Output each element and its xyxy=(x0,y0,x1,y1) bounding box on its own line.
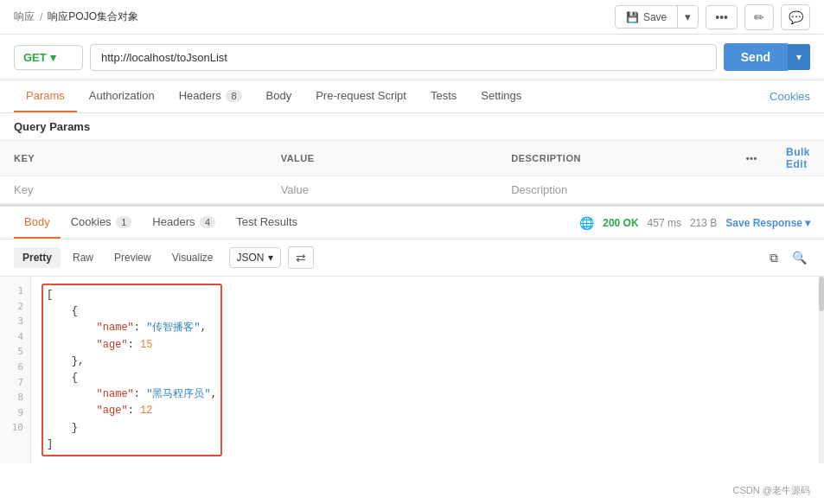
response-body-icons: ⧉ 🔍 xyxy=(766,247,810,269)
bulk-cell xyxy=(772,176,824,204)
col-more-header: ••• xyxy=(731,141,772,176)
desc-cell[interactable]: Description xyxy=(497,176,731,204)
breadcrumb-separator: / xyxy=(40,11,42,23)
json-viewer: 1 2 3 4 5 6 7 8 9 10 [ { "name": "传智播客",… xyxy=(0,277,824,463)
json-highlighted-block: [ { "name": "传智播客", "age": 15 }, { "name… xyxy=(42,284,222,456)
line-num-1: 1 xyxy=(0,284,30,299)
save-button[interactable]: 💾 Save xyxy=(616,7,677,28)
col-desc-header: DESCRIPTION xyxy=(497,141,731,176)
copy-icon: ⧉ xyxy=(770,251,778,265)
resp-headers-badge: 4 xyxy=(200,216,215,228)
format-label: JSON xyxy=(237,252,265,264)
more-button[interactable]: ••• xyxy=(706,5,738,29)
format-chevron-icon: ▾ xyxy=(268,252,273,264)
response-size: 213 B xyxy=(690,217,717,229)
params-table: KEY VALUE DESCRIPTION ••• Bulk Edit Key … xyxy=(0,140,824,204)
json-line-3: "name": "传智播客", xyxy=(47,320,217,336)
json-line-6: { xyxy=(47,370,217,386)
line-num-5: 5 xyxy=(0,344,30,360)
view-visualize-button[interactable]: Visualize xyxy=(163,247,222,268)
more-icon: ••• xyxy=(746,153,757,163)
response-tabs-bar: Body Cookies 1 Headers 4 Test Results 🌐 … xyxy=(0,207,824,239)
method-label: GET xyxy=(23,51,47,64)
save-disk-icon: 💾 xyxy=(626,11,639,23)
json-line-9: } xyxy=(47,420,217,437)
comment-icon: 💬 xyxy=(789,10,803,24)
line-num-2: 2 xyxy=(0,299,30,315)
json-line-1: [ xyxy=(47,287,217,303)
table-row: Key Value Description xyxy=(0,176,824,204)
url-input[interactable] xyxy=(90,44,717,71)
format-select[interactable]: JSON ▾ xyxy=(229,247,281,268)
line-num-3: 3 xyxy=(0,314,30,329)
json-code: [ { "name": "传智播客", "age": 15 }, { "name… xyxy=(31,277,824,463)
save-response-button[interactable]: Save Response ▾ xyxy=(725,217,810,229)
wrap-icon: ⇄ xyxy=(296,251,306,265)
method-chevron-icon: ▾ xyxy=(50,51,56,64)
search-response-button[interactable]: 🔍 xyxy=(789,247,810,269)
save-btn-group: 💾 Save ▾ xyxy=(615,5,699,29)
line-numbers: 1 2 3 4 5 6 7 8 9 10 xyxy=(0,277,31,463)
view-raw-button[interactable]: Raw xyxy=(64,247,102,268)
cookies-badge: 1 xyxy=(116,216,131,228)
url-bar: GET ▾ Send ▾ xyxy=(0,35,824,80)
tab-body[interactable]: Body xyxy=(254,80,304,112)
json-line-10: ] xyxy=(47,437,217,453)
view-pretty-button[interactable]: Pretty xyxy=(14,247,61,268)
response-time: 457 ms xyxy=(648,217,681,229)
json-line-2: { xyxy=(47,303,217,320)
query-params-header: Query Params xyxy=(0,113,824,140)
tab-authorization[interactable]: Authorization xyxy=(77,80,167,112)
breadcrumb-current: 响应POJO集合对象 xyxy=(48,10,138,24)
col-key-header: KEY xyxy=(0,141,267,176)
view-preview-button[interactable]: Preview xyxy=(105,247,160,268)
tab-params[interactable]: Params xyxy=(14,80,77,112)
copy-response-button[interactable]: ⧉ xyxy=(766,247,782,269)
bulk-edit-link[interactable]: Bulk Edit xyxy=(786,146,810,170)
edit-button[interactable]: ✏ xyxy=(744,4,774,30)
response-body-toolbar: Pretty Raw Preview Visualize JSON ▾ ⇄ ⧉ … xyxy=(0,239,824,277)
line-num-10: 10 xyxy=(0,420,30,436)
json-line-4: "age": 15 xyxy=(47,337,217,354)
send-chevron-button[interactable]: ▾ xyxy=(788,44,810,70)
comment-button[interactable]: 💬 xyxy=(781,4,810,30)
cookies-link[interactable]: Cookies xyxy=(770,90,810,103)
save-response-label: Save Response xyxy=(725,217,802,229)
method-select[interactable]: GET ▾ xyxy=(14,45,83,70)
response-section: Body Cookies 1 Headers 4 Test Results 🌐 … xyxy=(0,205,824,463)
json-line-7: "name": "黑马程序员", xyxy=(47,386,217,403)
line-num-7: 7 xyxy=(0,375,30,391)
col-bulk-edit-header[interactable]: Bulk Edit xyxy=(772,141,824,176)
top-bar: 响应 / 响应POJO集合对象 💾 Save ▾ ••• ✏ 💬 xyxy=(0,0,824,35)
save-label: Save xyxy=(643,11,667,23)
breadcrumb-parent: 响应 xyxy=(14,10,35,24)
line-num-9: 9 xyxy=(0,405,30,421)
line-num-4: 4 xyxy=(0,329,30,345)
scrollbar-track[interactable] xyxy=(819,277,824,463)
response-status-bar: 🌐 200 OK 457 ms 213 B Save Response ▾ xyxy=(579,216,810,230)
send-button[interactable]: Send xyxy=(724,43,788,71)
resp-tab-cookies[interactable]: Cookies 1 xyxy=(61,207,143,239)
wrap-button[interactable]: ⇄ xyxy=(288,246,314,269)
resp-tab-body[interactable]: Body xyxy=(14,207,61,239)
resp-tab-test-results[interactable]: Test Results xyxy=(226,207,308,239)
breadcrumb: 响应 / 响应POJO集合对象 xyxy=(14,10,615,24)
request-tabs: Params Authorization Headers 8 Body Pre-… xyxy=(0,80,824,113)
more-cell xyxy=(731,176,772,204)
value-cell[interactable]: Value xyxy=(267,176,498,204)
search-icon: 🔍 xyxy=(792,251,807,265)
scrollbar-thumb[interactable] xyxy=(819,277,824,311)
edit-icon: ✏ xyxy=(754,10,764,24)
key-cell[interactable]: Key xyxy=(0,176,267,204)
save-chevron-button[interactable]: ▾ xyxy=(677,6,698,28)
tab-settings[interactable]: Settings xyxy=(469,80,533,112)
query-params-section: Query Params KEY VALUE DESCRIPTION ••• B… xyxy=(0,113,824,205)
tab-pre-request[interactable]: Pre-request Script xyxy=(303,80,418,112)
line-num-6: 6 xyxy=(0,360,30,375)
resp-tab-headers[interactable]: Headers 4 xyxy=(142,207,226,239)
json-line-8: "age": 12 xyxy=(47,403,217,419)
tab-headers[interactable]: Headers 8 xyxy=(167,80,254,112)
headers-badge: 8 xyxy=(226,90,241,102)
json-line-5: }, xyxy=(47,354,217,370)
tab-tests[interactable]: Tests xyxy=(418,80,469,112)
